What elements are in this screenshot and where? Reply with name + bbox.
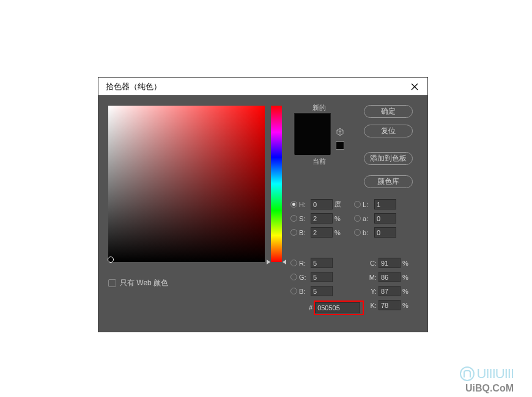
cancel-button[interactable]: 复位 bbox=[364, 125, 413, 137]
m-input[interactable] bbox=[379, 272, 401, 282]
lab-b-label: b: bbox=[363, 229, 372, 236]
y-unit: % bbox=[402, 288, 411, 295]
hue-radio[interactable] bbox=[290, 201, 297, 208]
preview-current-label: 当前 bbox=[312, 157, 326, 166]
watermark-logo: UIIIUIII bbox=[460, 366, 514, 382]
g-label: G: bbox=[299, 274, 309, 281]
titlebar[interactable]: 拾色器（纯色） bbox=[98, 78, 427, 96]
r-label: R: bbox=[299, 260, 309, 267]
web-only-checkbox[interactable] bbox=[108, 279, 116, 287]
s-input[interactable] bbox=[311, 213, 333, 224]
k-label: K: bbox=[367, 302, 377, 309]
color-preview bbox=[294, 113, 331, 155]
b-label: B: bbox=[299, 229, 309, 236]
hex-label: # bbox=[309, 304, 312, 311]
l-input[interactable] bbox=[374, 199, 396, 209]
r-input[interactable] bbox=[311, 258, 333, 268]
lab-b-radio[interactable] bbox=[354, 229, 361, 236]
color-library-button[interactable]: 颜色库 bbox=[364, 175, 413, 188]
y-input[interactable] bbox=[379, 286, 401, 296]
hue-slider[interactable] bbox=[271, 106, 282, 262]
c-unit: % bbox=[402, 260, 411, 267]
a-radio[interactable] bbox=[354, 215, 361, 222]
web-only-row: 只有 Web 颜色 bbox=[108, 278, 168, 288]
close-icon bbox=[411, 83, 418, 90]
ok-button[interactable]: 确定 bbox=[364, 105, 413, 118]
m-label: M: bbox=[367, 274, 377, 281]
web-only-label: 只有 Web 颜色 bbox=[120, 278, 168, 288]
lab-b-input[interactable] bbox=[374, 227, 396, 238]
g-radio[interactable] bbox=[290, 274, 297, 280]
b-unit: % bbox=[334, 229, 343, 236]
y-label: Y: bbox=[367, 288, 377, 295]
l-label: L: bbox=[363, 201, 372, 208]
close-button[interactable] bbox=[409, 81, 420, 92]
color-picker-dialog: 拾色器（纯色） 新的 当前 确定 复位 添加到色板 颜色库 H: bbox=[98, 77, 428, 332]
color-field[interactable] bbox=[108, 106, 265, 262]
rgb-b-radio[interactable] bbox=[290, 288, 297, 294]
watermark-site: UiBQ.CoM bbox=[460, 383, 514, 394]
saturation-radio[interactable] bbox=[290, 215, 297, 222]
hsb-section: H: 度 S: % B: % bbox=[290, 197, 343, 239]
bulb-icon bbox=[460, 366, 475, 381]
cmyk-section: C: % M: % Y: % K: % bbox=[367, 256, 411, 312]
brightness-radio[interactable] bbox=[290, 229, 297, 236]
h-input[interactable] bbox=[311, 199, 333, 209]
preview-new-swatch bbox=[295, 114, 330, 134]
gamut-corrected-swatch[interactable] bbox=[336, 141, 344, 150]
rgb-section: R: G: B: bbox=[290, 256, 333, 298]
dialog-body: 新的 当前 确定 复位 添加到色板 颜色库 H: 度 S: % bbox=[98, 96, 427, 332]
hex-row: # bbox=[309, 302, 360, 313]
b-input[interactable] bbox=[311, 227, 333, 238]
k-input[interactable] bbox=[379, 300, 401, 310]
a-label: a: bbox=[363, 215, 372, 222]
dialog-title: 拾色器（纯色） bbox=[106, 81, 161, 92]
l-radio[interactable] bbox=[354, 201, 361, 208]
c-label: C: bbox=[367, 260, 377, 267]
h-unit: 度 bbox=[334, 200, 343, 209]
a-input[interactable] bbox=[374, 213, 396, 224]
preview-new-label: 新的 bbox=[312, 103, 326, 112]
color-field-cursor bbox=[108, 257, 114, 263]
h-label: H: bbox=[299, 201, 309, 208]
watermark: UIIIUIII UiBQ.CoM bbox=[460, 366, 514, 394]
s-label: S: bbox=[299, 215, 309, 222]
g-input[interactable] bbox=[311, 272, 333, 282]
add-swatch-button[interactable]: 添加到色板 bbox=[364, 152, 413, 165]
preview-current-swatch[interactable] bbox=[295, 134, 330, 155]
lab-section: L: a: b: bbox=[354, 197, 396, 239]
s-unit: % bbox=[334, 215, 343, 222]
k-unit: % bbox=[402, 302, 411, 309]
c-input[interactable] bbox=[379, 258, 401, 268]
hue-slider-thumb[interactable] bbox=[267, 260, 286, 264]
hex-input[interactable] bbox=[315, 302, 360, 313]
m-unit: % bbox=[402, 274, 411, 281]
rgb-b-label: B: bbox=[299, 288, 309, 295]
r-radio[interactable] bbox=[290, 260, 297, 266]
rgb-b-input[interactable] bbox=[311, 286, 333, 296]
gamut-warning-icon[interactable] bbox=[336, 128, 344, 138]
